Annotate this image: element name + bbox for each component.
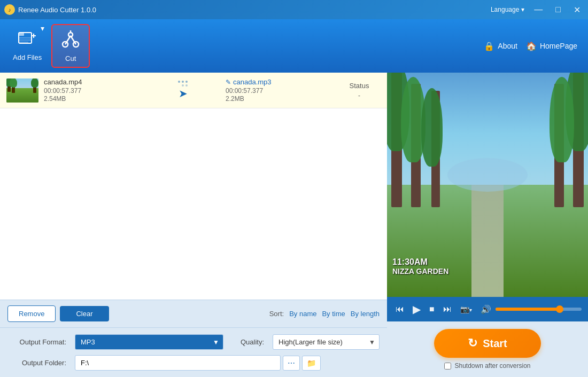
language-label: Language	[491, 6, 519, 13]
output-filesize: 2.2MB	[226, 95, 332, 103]
home-icon: 🏠	[526, 41, 537, 51]
start-button[interactable]: ↻ Start	[434, 329, 541, 358]
stop-button[interactable]: ■	[427, 303, 437, 315]
volume-slider-wrap[interactable]	[496, 308, 582, 311]
language-selector[interactable]: Language ▾	[491, 6, 524, 13]
folder-input-wrapper: ⋯ 📁	[75, 355, 321, 371]
quality-select[interactable]: High(Larger file size) Medium Low(Smalle…	[273, 334, 380, 350]
toolbar-right: 🔒 About 🏠 HomePage	[484, 41, 577, 51]
output-format-label: Output Format:	[7, 338, 66, 346]
video-timestamp: 11:30AM	[392, 257, 448, 267]
language-dropdown-icon: ▾	[521, 6, 524, 13]
arrow-icon: ➤	[178, 81, 188, 100]
status-value: -	[338, 92, 381, 99]
folder-row: Output Folder: ⋯ 📁	[7, 355, 380, 371]
video-overlay-text: 11:30AM NIZZA GARDEN	[392, 257, 448, 276]
add-files-icon	[18, 30, 37, 51]
volume-bar[interactable]	[496, 308, 582, 311]
homepage-button[interactable]: 🏠 HomePage	[526, 41, 577, 51]
format-select-wrapper: MP3 AAC WAV FLAC ▼	[75, 334, 223, 350]
title-bar-right: Language ▾ — □ ✕	[491, 4, 584, 16]
app-title: Renee Audio Cutter 1.0.0	[18, 6, 96, 14]
folder-path-input[interactable]	[75, 355, 281, 371]
shutdown-checkbox[interactable]	[444, 363, 451, 370]
cut-icon	[60, 29, 81, 52]
shutdown-row: Shutdown after conversion	[444, 362, 530, 370]
right-panel: 11:30AM NIZZA GARDEN ⏮ ▶ ■ ⏭ 📷▾ 🔊	[387, 73, 588, 377]
video-controls: ⏮ ▶ ■ ⏭ 📷▾ 🔊	[387, 297, 588, 321]
sort-label: Sort:	[269, 310, 284, 318]
sort-by-length[interactable]: By length	[351, 310, 380, 318]
source-duration: 00:00:57.377	[44, 87, 140, 95]
button-row: Remove Clear Sort: By name By time By le…	[7, 305, 380, 322]
main-area: canada.mp4 00:00:57.377 2.54MB ➤	[0, 73, 588, 377]
settings-area: Output Format: MP3 AAC WAV FLAC ▼ Qualit…	[0, 327, 387, 377]
about-button[interactable]: 🔒 About	[484, 41, 517, 51]
video-scene: 11:30AM NIZZA GARDEN	[387, 73, 588, 297]
screenshot-button[interactable]: 📷▾	[458, 304, 474, 315]
sort-area: Sort: By name By time By length	[269, 310, 380, 318]
video-preview: 11:30AM NIZZA GARDEN	[387, 73, 588, 297]
about-label: About	[498, 42, 517, 50]
volume-icon: 🔊	[481, 304, 491, 315]
output-filename: ✎ canada.mp3	[226, 78, 332, 86]
start-icon: ↻	[468, 336, 477, 350]
title-bar-left: ♪ Renee Audio Cutter 1.0.0	[4, 4, 96, 15]
file-list-controls: Remove Clear Sort: By name By time By le…	[0, 300, 387, 327]
conversion-arrow: ➤	[145, 81, 220, 100]
output-folder-label: Output Folder:	[7, 359, 66, 367]
homepage-label: HomePage	[540, 42, 577, 50]
svg-rect-1	[19, 33, 24, 36]
next-frame-button[interactable]: ⏭	[441, 303, 454, 315]
status-label: Status	[338, 82, 381, 90]
quality-select-wrapper: High(Larger file size) Medium Low(Smalle…	[273, 334, 380, 350]
remove-button[interactable]: Remove	[7, 305, 56, 322]
tree-foliage-5	[550, 77, 574, 162]
left-panel: canada.mp4 00:00:57.377 2.54MB ➤	[0, 73, 387, 377]
conversion-status: Status -	[338, 82, 381, 99]
sort-by-time[interactable]: By time	[322, 310, 345, 318]
title-bar: ♪ Renee Audio Cutter 1.0.0 Language ▾ — …	[0, 0, 588, 19]
clear-button[interactable]: Clear	[60, 306, 109, 321]
browse-button[interactable]: ⋯	[283, 356, 300, 371]
volume-thumb[interactable]	[556, 305, 563, 313]
cut-button[interactable]: Cut	[51, 24, 90, 68]
quality-label: Quality:	[241, 338, 264, 346]
svg-point-11	[68, 33, 73, 37]
output-format-select[interactable]: MP3 AAC WAV FLAC	[75, 334, 223, 350]
toolbar: Add Files ▾ Cut 🔒 About 🏠 HomePage	[0, 19, 588, 73]
start-section: ↻ Start Shutdown after conversion	[387, 321, 588, 377]
output-duration: 00:00:57.377	[226, 87, 332, 95]
sort-by-name[interactable]: By name	[289, 310, 316, 318]
format-row: Output Format: MP3 AAC WAV FLAC ▼ Qualit…	[7, 334, 380, 350]
file-thumbnail	[6, 78, 38, 103]
open-folder-button[interactable]: 📁	[302, 356, 321, 371]
start-label: Start	[483, 337, 507, 350]
video-location: NIZZA GARDEN	[392, 267, 448, 276]
source-filesize: 2.54MB	[44, 95, 140, 103]
source-filename: canada.mp4	[44, 78, 140, 86]
maximize-button[interactable]: □	[552, 4, 564, 15]
add-files-dropdown-arrow[interactable]: ▾	[41, 24, 44, 33]
water-reflection	[447, 158, 528, 192]
source-file-info: canada.mp4 00:00:57.377 2.54MB	[44, 78, 140, 103]
app-icon: ♪	[4, 4, 15, 15]
play-button[interactable]: ▶	[411, 302, 423, 317]
table-row: canada.mp4 00:00:57.377 2.54MB ➤	[0, 73, 387, 108]
cut-label: Cut	[65, 54, 76, 62]
volume-fill	[496, 308, 560, 311]
tree-foliage-3	[421, 88, 443, 167]
shutdown-label: Shutdown after conversion	[454, 362, 530, 370]
file-list: canada.mp4 00:00:57.377 2.54MB ➤	[0, 73, 387, 300]
add-files-button[interactable]: Add Files ▾	[5, 26, 49, 66]
minimize-button[interactable]: —	[531, 4, 546, 15]
close-button[interactable]: ✕	[570, 4, 584, 16]
add-files-label: Add Files	[13, 53, 42, 61]
lock-icon: 🔒	[484, 41, 494, 51]
prev-frame-button[interactable]: ⏮	[393, 303, 406, 315]
output-file-info: ✎ canada.mp3 00:00:57.377 2.2MB	[226, 78, 332, 103]
path-bg	[471, 185, 504, 297]
